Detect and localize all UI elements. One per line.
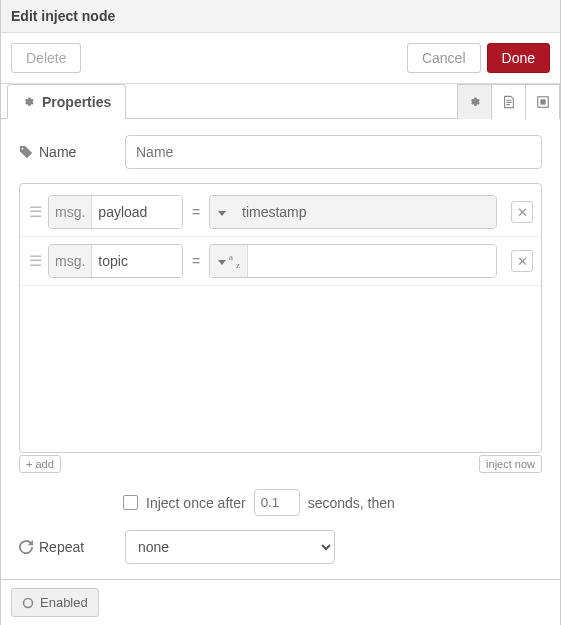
value-type-dropdown[interactable] [210, 196, 234, 228]
edit-node-panel: Edit inject node Delete Cancel Done Prop… [0, 0, 561, 625]
remove-row-button[interactable]: ✕ [511, 250, 533, 272]
equals-sign: = [189, 253, 203, 269]
doc-icon [502, 95, 516, 109]
inject-once-delay-input[interactable] [254, 489, 300, 516]
tabs: Properties [1, 84, 560, 119]
inject-once-suffix: seconds, then [308, 495, 395, 511]
repeat-label: Repeat [19, 539, 115, 555]
footer: Enabled [1, 579, 560, 625]
circle-icon [22, 597, 34, 609]
drag-handle-icon[interactable]: ☰ [28, 203, 42, 221]
plus-icon: + [26, 458, 32, 470]
string-type-icon: az [229, 254, 239, 268]
repeat-select[interactable]: none [125, 530, 335, 564]
form-content: Name ☰ msg. = timestamp ✕ [1, 119, 560, 579]
msg-properties-list: ☰ msg. = timestamp ✕ ☰ msg. [19, 183, 542, 453]
delete-button[interactable]: Delete [11, 43, 81, 73]
name-input[interactable] [125, 135, 542, 169]
add-row-button[interactable]: + add [19, 455, 61, 473]
panel-title: Edit inject node [1, 0, 560, 33]
inject-now-button[interactable]: inject now [479, 455, 542, 473]
chevron-down-icon [218, 254, 226, 268]
tag-icon [19, 145, 33, 159]
remove-row-button[interactable]: ✕ [511, 201, 533, 223]
msg-property-row: ☰ msg. = az ✕ [20, 237, 541, 286]
value-type-dropdown[interactable]: az [210, 245, 248, 277]
msg-value-field: az [209, 244, 497, 278]
gear-icon [22, 95, 36, 109]
toolbar: Delete Cancel Done [1, 33, 560, 84]
value-type-label: timestamp [234, 196, 496, 228]
node-appearance-button[interactable] [526, 84, 560, 119]
gear-icon [468, 95, 482, 109]
node-settings-button[interactable] [458, 84, 492, 119]
inject-once-checkbox[interactable] [123, 495, 138, 510]
msg-value-field: timestamp [209, 195, 497, 229]
cancel-button[interactable]: Cancel [407, 43, 481, 73]
msg-value-input[interactable] [248, 245, 496, 277]
enabled-toggle[interactable]: Enabled [11, 588, 99, 617]
svg-rect-1 [540, 99, 545, 104]
group-icon [536, 95, 550, 109]
drag-handle-icon[interactable]: ☰ [28, 252, 42, 270]
msg-prefix: msg. [49, 196, 92, 228]
tab-properties[interactable]: Properties [7, 84, 126, 119]
equals-sign: = [189, 204, 203, 220]
svg-point-2 [24, 598, 33, 607]
done-button[interactable]: Done [487, 43, 550, 73]
msg-property-name-input[interactable] [92, 245, 182, 277]
tab-properties-label: Properties [42, 94, 111, 110]
msg-property-row: ☰ msg. = timestamp ✕ [20, 188, 541, 237]
inject-once-label: Inject once after [146, 495, 246, 511]
msg-prefix: msg. [49, 245, 92, 277]
chevron-down-icon [218, 205, 226, 219]
msg-property-name-input[interactable] [92, 196, 182, 228]
name-label: Name [19, 144, 115, 160]
node-description-button[interactable] [492, 84, 526, 119]
refresh-icon [19, 540, 33, 554]
